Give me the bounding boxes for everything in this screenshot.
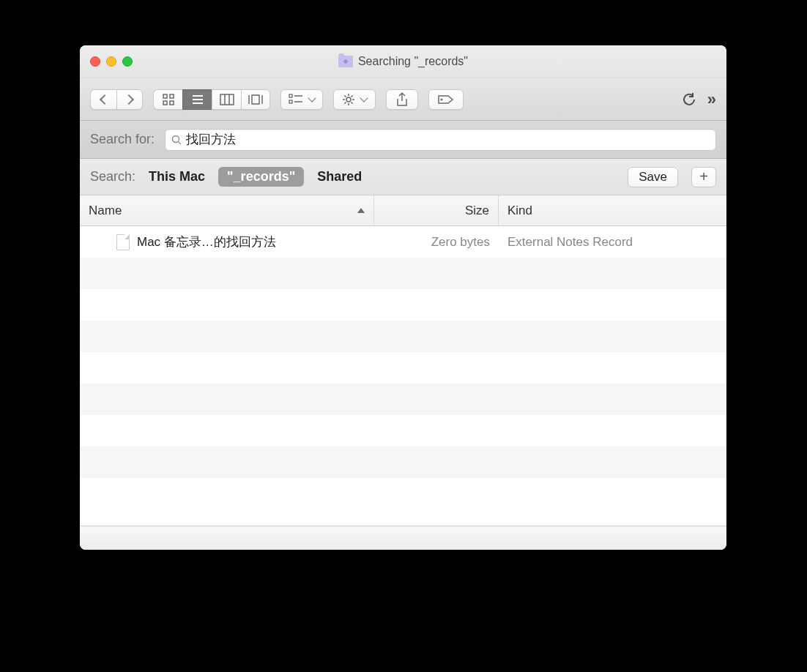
column-headers: Name Size Kind: [80, 195, 726, 226]
table-row: [80, 352, 726, 384]
table-row: [80, 415, 726, 447]
svg-rect-2: [163, 101, 167, 105]
arrange-icon: [289, 94, 303, 105]
col-name-label: Name: [89, 204, 122, 218]
scope-bar: Search: This Mac "_records" Shared Save …: [80, 159, 726, 195]
icon-view-button[interactable]: [153, 89, 182, 110]
col-header-size[interactable]: Size: [374, 195, 499, 225]
svg-rect-1: [170, 94, 174, 98]
tag-icon: [438, 94, 454, 105]
chevron-down-icon: [360, 94, 368, 102]
chevron-down-icon: [308, 94, 316, 102]
close-button[interactable]: [90, 56, 100, 67]
table-row[interactable]: Mac 备忘录…的找回方法 Zero bytes External Notes …: [80, 226, 726, 258]
finder-window: Searching "_records": [80, 45, 726, 550]
document-icon: [116, 234, 130, 250]
svg-point-26: [441, 98, 443, 100]
nav-buttons: [90, 89, 143, 110]
col-size-label: Size: [465, 204, 489, 218]
column-view-button[interactable]: [212, 89, 241, 110]
table-row: [80, 289, 726, 321]
plus-icon: +: [699, 168, 708, 185]
svg-rect-7: [220, 94, 234, 105]
list-view-button[interactable]: [182, 89, 212, 110]
svg-line-23: [352, 102, 353, 103]
svg-rect-3: [170, 101, 174, 105]
svg-point-17: [346, 97, 351, 102]
cell-size: Zero bytes: [374, 235, 499, 250]
scope-label: Search:: [90, 169, 135, 184]
share-button[interactable]: [386, 89, 418, 110]
scope-shared[interactable]: Shared: [317, 169, 362, 184]
svg-rect-0: [163, 94, 167, 98]
col-header-kind[interactable]: Kind: [499, 195, 726, 225]
table-row: [80, 258, 726, 289]
sort-ascending-icon: [357, 208, 365, 213]
results-list[interactable]: Mac 备忘录…的找回方法 Zero bytes External Notes …: [80, 226, 726, 526]
view-buttons: [153, 89, 270, 110]
smart-folder-icon: [338, 56, 353, 67]
svg-rect-13: [289, 94, 292, 97]
search-icon: [171, 135, 182, 145]
svg-point-27: [173, 135, 179, 142]
search-input[interactable]: [186, 132, 710, 147]
forward-button[interactable]: [116, 89, 143, 110]
gear-icon: [342, 93, 355, 106]
col-kind-label: Kind: [507, 204, 532, 218]
chevron-right-icon: [123, 94, 133, 104]
share-icon: [396, 92, 408, 107]
gallery-view-button[interactable]: [241, 89, 270, 110]
cell-kind: External Notes Record: [499, 235, 726, 250]
toolbar: »: [80, 78, 726, 121]
table-row: [80, 384, 726, 415]
list-icon: [190, 93, 205, 106]
table-row: [80, 321, 726, 352]
scope-records[interactable]: "_records": [218, 167, 304, 187]
search-for-label: Search for:: [90, 132, 155, 147]
table-row: [80, 447, 726, 478]
overflow-button[interactable]: »: [707, 90, 716, 109]
window-title: Searching "_records": [358, 55, 468, 68]
chevron-double-right-icon: »: [707, 90, 716, 108]
back-button[interactable]: [90, 89, 116, 110]
reload-icon: [681, 92, 697, 108]
titlebar[interactable]: Searching "_records": [80, 45, 726, 78]
svg-line-25: [352, 95, 353, 97]
action-button[interactable]: [333, 89, 376, 110]
cell-name: Mac 备忘录…的找回方法: [80, 234, 374, 250]
svg-rect-14: [289, 100, 292, 103]
save-button[interactable]: Save: [628, 167, 678, 187]
col-header-name[interactable]: Name: [80, 195, 374, 225]
search-input-wrap[interactable]: [165, 129, 716, 151]
arrange-button[interactable]: [280, 89, 323, 110]
gallery-icon: [248, 94, 264, 105]
minimize-button[interactable]: [106, 56, 116, 67]
add-criteria-button[interactable]: +: [691, 167, 716, 187]
scope-this-mac[interactable]: This Mac: [149, 169, 205, 184]
search-for-bar: Search for:: [80, 121, 726, 159]
tags-button[interactable]: [428, 89, 464, 110]
file-name: Mac 备忘录…的找回方法: [137, 234, 276, 250]
svg-line-22: [344, 95, 346, 97]
status-bar: [80, 526, 726, 550]
reload-button[interactable]: [681, 92, 697, 108]
columns-icon: [220, 94, 234, 105]
svg-rect-11: [252, 95, 259, 104]
chevron-left-icon: [100, 94, 110, 104]
svg-line-28: [179, 141, 182, 144]
zoom-button[interactable]: [122, 56, 133, 67]
traffic-lights: [90, 56, 133, 67]
svg-line-24: [344, 102, 346, 103]
icon-grid-icon: [162, 93, 175, 106]
